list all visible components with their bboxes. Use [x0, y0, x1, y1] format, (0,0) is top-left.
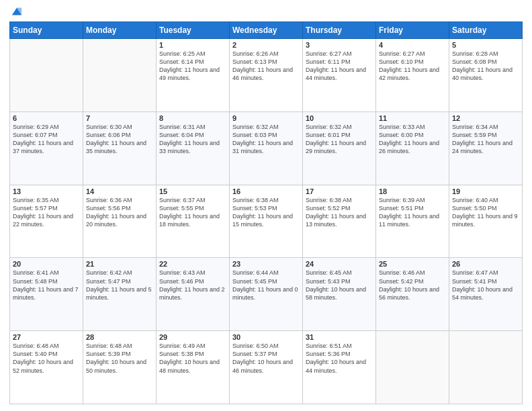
calendar-cell: 28Sunrise: 6:48 AM Sunset: 5:39 PM Dayli… — [83, 331, 157, 404]
day-number: 27 — [13, 333, 80, 341]
day-number: 8 — [159, 114, 226, 122]
day-number: 15 — [159, 187, 226, 195]
day-number: 16 — [232, 187, 300, 195]
day-info: Sunrise: 6:48 AM Sunset: 5:40 PM Dayligh… — [13, 342, 80, 375]
day-number: 26 — [452, 260, 519, 268]
calendar-cell: 5Sunrise: 6:28 AM Sunset: 6:08 PM Daylig… — [449, 39, 523, 112]
day-number: 3 — [306, 41, 373, 49]
calendar-cell: 26Sunrise: 6:47 AM Sunset: 5:41 PM Dayli… — [449, 258, 523, 331]
calendar-cell: 27Sunrise: 6:48 AM Sunset: 5:40 PM Dayli… — [10, 331, 83, 404]
calendar-cell: 10Sunrise: 6:32 AM Sunset: 6:01 PM Dayli… — [303, 111, 376, 185]
calendar-cell: 2Sunrise: 6:26 AM Sunset: 6:13 PM Daylig… — [230, 39, 303, 112]
day-info: Sunrise: 6:39 AM Sunset: 5:51 PM Dayligh… — [379, 196, 446, 229]
day-info: Sunrise: 6:36 AM Sunset: 5:56 PM Dayligh… — [86, 196, 153, 229]
day-number: 10 — [306, 114, 373, 122]
calendar-cell: 4Sunrise: 6:27 AM Sunset: 6:10 PM Daylig… — [376, 39, 449, 112]
day-info: Sunrise: 6:37 AM Sunset: 5:55 PM Dayligh… — [159, 196, 226, 229]
calendar-header-row: SundayMondayTuesdayWednesdayThursdayFrid… — [10, 22, 523, 39]
day-number: 2 — [232, 41, 300, 49]
calendar-cell — [83, 39, 157, 112]
calendar-cell: 14Sunrise: 6:36 AM Sunset: 5:56 PM Dayli… — [83, 185, 157, 258]
day-info: Sunrise: 6:27 AM Sunset: 6:11 PM Dayligh… — [306, 50, 373, 83]
day-number: 28 — [86, 333, 153, 341]
day-number: 11 — [379, 114, 446, 122]
weekday-header-saturday: Saturday — [449, 22, 523, 39]
day-number: 18 — [379, 187, 446, 195]
day-info: Sunrise: 6:38 AM Sunset: 5:52 PM Dayligh… — [306, 196, 373, 229]
calendar-week-row: 13Sunrise: 6:35 AM Sunset: 5:57 PM Dayli… — [10, 185, 523, 258]
day-info: Sunrise: 6:50 AM Sunset: 5:37 PM Dayligh… — [232, 342, 300, 375]
day-number: 12 — [452, 114, 519, 122]
calendar-cell: 6Sunrise: 6:29 AM Sunset: 6:07 PM Daylig… — [10, 111, 83, 185]
calendar-cell — [376, 331, 449, 404]
day-number: 20 — [13, 260, 80, 268]
calendar-cell: 25Sunrise: 6:46 AM Sunset: 5:42 PM Dayli… — [376, 258, 449, 331]
day-number: 30 — [232, 333, 300, 341]
weekday-header-monday: Monday — [83, 22, 157, 39]
day-number: 19 — [452, 187, 519, 195]
calendar-cell: 23Sunrise: 6:44 AM Sunset: 5:45 PM Dayli… — [230, 258, 303, 331]
day-info: Sunrise: 6:33 AM Sunset: 6:00 PM Dayligh… — [379, 123, 446, 156]
day-info: Sunrise: 6:46 AM Sunset: 5:42 PM Dayligh… — [379, 269, 446, 302]
day-info: Sunrise: 6:31 AM Sunset: 6:04 PM Dayligh… — [159, 123, 226, 156]
day-number: 22 — [159, 260, 226, 268]
day-info: Sunrise: 6:40 AM Sunset: 5:50 PM Dayligh… — [452, 196, 519, 229]
calendar-cell: 31Sunrise: 6:51 AM Sunset: 5:36 PM Dayli… — [303, 331, 376, 404]
calendar-cell: 3Sunrise: 6:27 AM Sunset: 6:11 PM Daylig… — [303, 39, 376, 112]
calendar-cell: 9Sunrise: 6:32 AM Sunset: 6:03 PM Daylig… — [230, 111, 303, 185]
calendar-cell: 22Sunrise: 6:43 AM Sunset: 5:46 PM Dayli… — [157, 258, 230, 331]
calendar-table: SundayMondayTuesdayWednesdayThursdayFrid… — [9, 21, 523, 404]
day-number: 14 — [86, 187, 153, 195]
day-number: 6 — [13, 114, 80, 122]
day-info: Sunrise: 6:35 AM Sunset: 5:57 PM Dayligh… — [13, 196, 80, 229]
day-info: Sunrise: 6:32 AM Sunset: 6:03 PM Dayligh… — [232, 123, 300, 156]
day-info: Sunrise: 6:25 AM Sunset: 6:14 PM Dayligh… — [159, 50, 226, 83]
calendar-cell: 8Sunrise: 6:31 AM Sunset: 6:04 PM Daylig… — [157, 111, 230, 185]
day-number: 4 — [379, 41, 446, 49]
day-info: Sunrise: 6:51 AM Sunset: 5:36 PM Dayligh… — [306, 342, 373, 375]
calendar-cell: 16Sunrise: 6:38 AM Sunset: 5:53 PM Dayli… — [230, 185, 303, 258]
weekday-header-sunday: Sunday — [10, 22, 83, 39]
day-number: 25 — [379, 260, 446, 268]
calendar-cell: 30Sunrise: 6:50 AM Sunset: 5:37 PM Dayli… — [230, 331, 303, 404]
weekday-header-tuesday: Tuesday — [157, 22, 230, 39]
day-info: Sunrise: 6:44 AM Sunset: 5:45 PM Dayligh… — [232, 269, 300, 302]
page-header — [9, 7, 523, 17]
calendar-cell: 12Sunrise: 6:34 AM Sunset: 5:59 PM Dayli… — [449, 111, 523, 185]
day-number: 21 — [86, 260, 153, 268]
day-number: 5 — [452, 41, 519, 49]
day-info: Sunrise: 6:45 AM Sunset: 5:43 PM Dayligh… — [306, 269, 373, 302]
calendar-cell: 17Sunrise: 6:38 AM Sunset: 5:52 PM Dayli… — [303, 185, 376, 258]
day-number: 9 — [232, 114, 300, 122]
calendar-cell: 21Sunrise: 6:42 AM Sunset: 5:47 PM Dayli… — [83, 258, 157, 331]
day-info: Sunrise: 6:34 AM Sunset: 5:59 PM Dayligh… — [452, 123, 519, 156]
calendar-week-row: 6Sunrise: 6:29 AM Sunset: 6:07 PM Daylig… — [10, 111, 523, 185]
day-info: Sunrise: 6:26 AM Sunset: 6:13 PM Dayligh… — [232, 50, 300, 83]
day-info: Sunrise: 6:32 AM Sunset: 6:01 PM Dayligh… — [306, 123, 373, 156]
day-number: 23 — [232, 260, 300, 268]
calendar-cell: 15Sunrise: 6:37 AM Sunset: 5:55 PM Dayli… — [157, 185, 230, 258]
calendar-cell: 1Sunrise: 6:25 AM Sunset: 6:14 PM Daylig… — [157, 39, 230, 112]
day-number: 1 — [159, 41, 226, 49]
calendar-cell: 13Sunrise: 6:35 AM Sunset: 5:57 PM Dayli… — [10, 185, 83, 258]
day-info: Sunrise: 6:30 AM Sunset: 6:06 PM Dayligh… — [86, 123, 153, 156]
day-info: Sunrise: 6:27 AM Sunset: 6:10 PM Dayligh… — [379, 50, 446, 83]
day-info: Sunrise: 6:48 AM Sunset: 5:39 PM Dayligh… — [86, 342, 153, 375]
day-info: Sunrise: 6:47 AM Sunset: 5:41 PM Dayligh… — [452, 269, 519, 302]
calendar-cell: 18Sunrise: 6:39 AM Sunset: 5:51 PM Dayli… — [376, 185, 449, 258]
calendar-cell: 11Sunrise: 6:33 AM Sunset: 6:00 PM Dayli… — [376, 111, 449, 185]
day-info: Sunrise: 6:28 AM Sunset: 6:08 PM Dayligh… — [452, 50, 519, 83]
calendar-cell: 29Sunrise: 6:49 AM Sunset: 5:38 PM Dayli… — [157, 331, 230, 404]
logo-icon — [11, 5, 23, 17]
day-info: Sunrise: 6:29 AM Sunset: 6:07 PM Dayligh… — [13, 123, 80, 156]
calendar-week-row: 20Sunrise: 6:41 AM Sunset: 5:48 PM Dayli… — [10, 258, 523, 331]
day-number: 29 — [159, 333, 226, 341]
weekday-header-friday: Friday — [376, 22, 449, 39]
day-info: Sunrise: 6:42 AM Sunset: 5:47 PM Dayligh… — [86, 269, 153, 302]
calendar-cell — [449, 331, 523, 404]
day-info: Sunrise: 6:38 AM Sunset: 5:53 PM Dayligh… — [232, 196, 300, 229]
weekday-header-thursday: Thursday — [303, 22, 376, 39]
day-number: 24 — [306, 260, 373, 268]
day-info: Sunrise: 6:49 AM Sunset: 5:38 PM Dayligh… — [159, 342, 226, 375]
day-number: 7 — [86, 114, 153, 122]
